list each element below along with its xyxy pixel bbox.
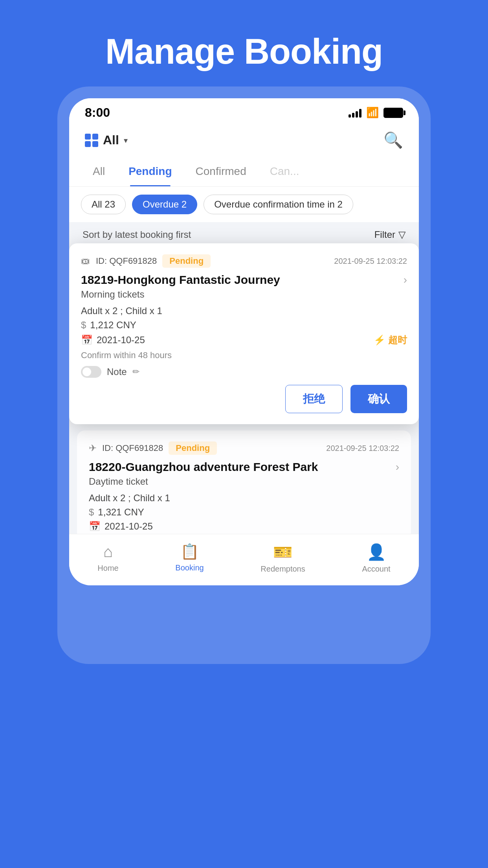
card-1-actions: 拒绝 确认 [81,385,407,413]
nav-account[interactable]: 👤 Account [362,543,390,574]
wifi-icon: 📶 [366,107,379,119]
status-bar: 8:00 📶 [69,98,419,124]
filter-button[interactable]: Filter ▽ [374,229,405,240]
card-1-title-row[interactable]: 18219-Hongkong Fantastic Journey › [81,273,407,287]
header-left[interactable]: All ▾ [85,133,128,147]
note-toggle[interactable] [81,366,101,378]
grid-icon [85,134,98,147]
reject-button[interactable]: 拒绝 [285,385,343,413]
search-button[interactable]: 🔍 [383,131,403,149]
ticket-icon: 🎟 [81,256,90,267]
card-1-title: 18219-Hongkong Fantastic Journey [81,273,404,287]
booking-card-1: 🎟 ID: QQF691828 Pending 2021-09-25 12:03… [69,243,419,424]
page-title: Manage Booking [0,0,488,72]
card-2-attendees: Adult x 2 ; Child x 1 [89,493,170,504]
card-2-price-row: $ 1,321 CNY [89,507,399,518]
card-1-subtitle: Morning tickets [81,289,407,300]
card-2-datetime: 2021-09-25 12:03:22 [326,444,399,453]
signal-bar-4 [359,109,361,118]
chevron-down-icon[interactable]: ▾ [124,136,128,145]
card-1-confirm-note: Confirm within 48 hours [81,350,407,360]
signal-bar-3 [356,111,358,118]
card-1-date-row: 📅 2021-10-25 ⚡ 超时 [81,334,407,346]
booking-icon: 📋 [180,543,199,560]
tab-bar: All Pending Confirmed Can... [69,156,419,187]
note-label: Note [107,366,127,377]
card-1-id: ID: QQF691828 [96,256,157,266]
card-2-header: ✈ ID: QQF691828 Pending 2021-09-25 12:03… [89,441,399,455]
nav-redemptions-label: Redemptons [261,565,305,574]
app-header: All ▾ 🔍 [69,124,419,156]
tab-confirmed[interactable]: Confirmed [184,156,258,186]
card-2-title: 18220-Guangzhou adventure Forest Park [89,460,396,474]
tab-pending[interactable]: Pending [117,156,183,186]
grid-cell-1 [85,134,91,140]
signal-bar-1 [349,114,351,118]
nav-account-label: Account [362,565,390,574]
overdue-badge: ⚡ 超时 [374,334,407,346]
header-filter-label: All [103,133,119,147]
nav-booking[interactable]: 📋 Booking [175,543,204,574]
confirm-button[interactable]: 确认 [350,385,407,413]
nav-home-label: Home [97,564,118,573]
card-1-price-row: $ 1,212 CNY [81,320,407,331]
card-2-id: ID: QQF691828 [102,443,163,453]
ticket-icon-2: ✈ [89,443,97,454]
tab-all[interactable]: All [81,156,117,186]
card-1-datetime: 2021-09-25 12:03:22 [334,257,407,266]
arrow-right-icon-2: › [396,461,399,473]
filter-chips-row: All 23 Overdue 2 Overdue confirmation ti… [69,187,419,222]
filter-label: Filter [374,229,395,240]
dollar-icon: $ [81,320,86,331]
account-icon: 👤 [367,543,386,561]
card-1-attendees-row: Adult x 2 ; Child x 1 [81,305,407,316]
card-2-attendees-row: Adult x 2 ; Child x 1 [89,493,399,504]
chip-all[interactable]: All 23 [81,195,126,214]
phone-wrapper: 8:00 📶 All [57,86,431,664]
card-1-id-row: 🎟 ID: QQF691828 Pending [81,254,211,268]
card-1-attendees: Adult x 2 ; Child x 1 [81,305,162,316]
grid-cell-2 [92,134,98,140]
card-2-status-badge: Pending [169,441,217,455]
arrow-right-icon: › [404,274,407,286]
card-1-header: 🎟 ID: QQF691828 Pending 2021-09-25 12:03… [81,254,407,268]
status-icons: 📶 [349,107,403,119]
signal-bar-2 [352,113,354,118]
card-1-price: 1,212 CNY [90,320,136,331]
card-2-date: 2021-10-25 [105,521,153,532]
card-2-date-row: 📅 2021-10-25 [89,521,399,532]
calendar-icon-2: 📅 [89,521,101,532]
sort-text: Sort by latest booking first [83,229,191,240]
tab-cancelled[interactable]: Can... [258,156,311,186]
card-1-status-badge: Pending [162,254,211,268]
phone-screen: 8:00 📶 All [69,98,419,585]
home-icon: ⌂ [103,543,113,561]
nav-home[interactable]: ⌂ Home [97,543,118,574]
battery-icon [383,108,403,118]
chip-overdue-time[interactable]: Overdue confirmation time in 2 [204,195,353,214]
chip-overdue[interactable]: Overdue 2 [132,195,197,214]
card-2-price: 1,321 CNY [98,507,144,518]
grid-cell-3 [85,141,91,147]
nav-redemptions[interactable]: 🎫 Redemptons [261,543,305,574]
redemptions-icon: 🎫 [273,543,293,561]
calendar-icon: 📅 [81,335,93,346]
card-1-note-row: Note ✏ [81,366,407,378]
card-2-subtitle: Daytime ticket [89,476,399,487]
grid-cell-4 [92,141,98,147]
bottom-nav: ⌂ Home 📋 Booking 🎫 Redemptons 👤 Account [69,534,419,585]
card-1-date: 2021-10-25 [97,335,145,346]
nav-booking-label: Booking [175,563,204,572]
edit-icon[interactable]: ✏ [132,367,139,377]
status-time: 8:00 [85,105,110,120]
dollar-icon-2: $ [89,507,94,518]
card-2-id-row: ✈ ID: QQF691828 Pending [89,441,217,455]
card-2-title-row[interactable]: 18220-Guangzhou adventure Forest Park › [89,460,399,474]
signal-bars-icon [349,108,361,118]
filter-icon: ▽ [398,229,405,240]
